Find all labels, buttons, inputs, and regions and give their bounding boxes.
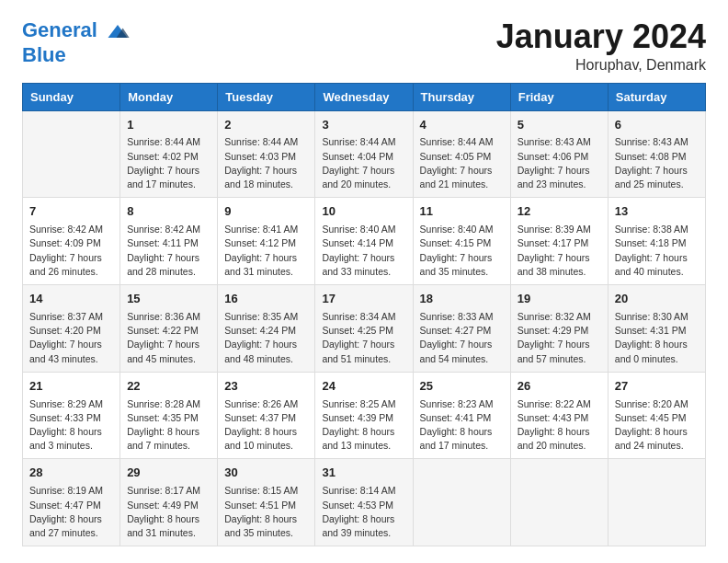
calendar-cell: 29Sunrise: 8:17 AM Sunset: 4:49 PM Dayli… [120, 459, 218, 546]
day-info: Sunrise: 8:17 AM Sunset: 4:49 PM Dayligh… [127, 484, 210, 540]
day-number: 26 [518, 378, 601, 396]
calendar-cell: 18Sunrise: 8:33 AM Sunset: 4:27 PM Dayli… [413, 285, 510, 373]
day-number: 31 [322, 465, 405, 482]
calendar-cell [608, 459, 705, 546]
day-info: Sunrise: 8:37 AM Sunset: 4:20 PM Dayligh… [29, 310, 113, 366]
day-number: 11 [420, 203, 504, 221]
calendar-week-row: 21Sunrise: 8:29 AM Sunset: 4:33 PM Dayli… [23, 372, 706, 459]
calendar-week-row: 1Sunrise: 8:44 AM Sunset: 4:02 PM Daylig… [23, 110, 706, 198]
calendar-cell [23, 110, 120, 198]
calendar-cell: 26Sunrise: 8:22 AM Sunset: 4:43 PM Dayli… [510, 372, 608, 459]
day-number: 3 [322, 117, 405, 134]
day-info: Sunrise: 8:32 AM Sunset: 4:29 PM Dayligh… [518, 310, 601, 366]
day-info: Sunrise: 8:19 AM Sunset: 4:47 PM Dayligh… [29, 484, 113, 540]
day-info: Sunrise: 8:41 AM Sunset: 4:12 PM Dayligh… [224, 223, 308, 279]
calendar-cell: 3Sunrise: 8:44 AM Sunset: 4:04 PM Daylig… [315, 110, 413, 198]
day-number: 17 [322, 291, 405, 308]
calendar-cell: 2Sunrise: 8:44 AM Sunset: 4:03 PM Daylig… [218, 110, 315, 198]
calendar-cell [510, 459, 608, 546]
calendar-cell: 19Sunrise: 8:32 AM Sunset: 4:29 PM Dayli… [510, 285, 608, 373]
day-number: 19 [518, 291, 601, 308]
weekday-header: Thursday [413, 83, 510, 110]
day-info: Sunrise: 8:38 AM Sunset: 4:18 PM Dayligh… [615, 223, 699, 279]
day-info: Sunrise: 8:44 AM Sunset: 4:05 PM Dayligh… [420, 135, 504, 191]
day-info: Sunrise: 8:35 AM Sunset: 4:24 PM Dayligh… [224, 310, 308, 366]
day-info: Sunrise: 8:44 AM Sunset: 4:03 PM Dayligh… [224, 135, 308, 191]
page-header: General Blue January 2024 Horuphav, Denm… [22, 18, 706, 74]
day-info: Sunrise: 8:15 AM Sunset: 4:51 PM Dayligh… [224, 484, 308, 540]
day-number: 30 [224, 465, 308, 482]
day-info: Sunrise: 8:36 AM Sunset: 4:22 PM Dayligh… [127, 310, 210, 366]
weekday-header: Sunday [23, 83, 120, 110]
calendar-cell: 28Sunrise: 8:19 AM Sunset: 4:47 PM Dayli… [23, 459, 120, 546]
day-number: 28 [29, 465, 113, 482]
day-number: 16 [224, 291, 308, 308]
day-number: 10 [322, 203, 405, 221]
calendar-cell: 24Sunrise: 8:25 AM Sunset: 4:39 PM Dayli… [315, 372, 413, 459]
calendar-cell: 15Sunrise: 8:36 AM Sunset: 4:22 PM Dayli… [120, 285, 218, 373]
calendar-cell: 30Sunrise: 8:15 AM Sunset: 4:51 PM Dayli… [218, 459, 315, 546]
day-number: 14 [29, 291, 113, 308]
calendar-cell: 8Sunrise: 8:42 AM Sunset: 4:11 PM Daylig… [120, 198, 218, 285]
day-number: 2 [224, 117, 308, 134]
title-block: January 2024 Horuphav, Denmark [496, 18, 706, 74]
day-number: 29 [127, 465, 210, 482]
calendar-cell: 7Sunrise: 8:42 AM Sunset: 4:09 PM Daylig… [23, 198, 120, 285]
calendar-week-row: 7Sunrise: 8:42 AM Sunset: 4:09 PM Daylig… [23, 198, 706, 285]
calendar-cell: 27Sunrise: 8:20 AM Sunset: 4:45 PM Dayli… [608, 372, 705, 459]
day-info: Sunrise: 8:44 AM Sunset: 4:04 PM Dayligh… [322, 135, 405, 191]
day-number: 27 [615, 378, 699, 396]
day-number: 18 [420, 291, 504, 308]
day-info: Sunrise: 8:20 AM Sunset: 4:45 PM Dayligh… [615, 397, 699, 454]
calendar-cell: 5Sunrise: 8:43 AM Sunset: 4:06 PM Daylig… [510, 110, 608, 198]
day-number: 25 [420, 378, 504, 396]
calendar-cell: 9Sunrise: 8:41 AM Sunset: 4:12 PM Daylig… [218, 198, 315, 285]
calendar-cell: 21Sunrise: 8:29 AM Sunset: 4:33 PM Dayli… [23, 372, 120, 459]
day-info: Sunrise: 8:34 AM Sunset: 4:25 PM Dayligh… [322, 310, 405, 366]
month-title: January 2024 [496, 18, 706, 55]
day-info: Sunrise: 8:42 AM Sunset: 4:11 PM Dayligh… [127, 223, 210, 279]
day-info: Sunrise: 8:40 AM Sunset: 4:15 PM Dayligh… [420, 223, 504, 279]
calendar-cell: 20Sunrise: 8:30 AM Sunset: 4:31 PM Dayli… [608, 285, 705, 373]
calendar-week-row: 28Sunrise: 8:19 AM Sunset: 4:47 PM Dayli… [23, 459, 706, 546]
calendar-cell: 25Sunrise: 8:23 AM Sunset: 4:41 PM Dayli… [413, 372, 510, 459]
day-info: Sunrise: 8:42 AM Sunset: 4:09 PM Dayligh… [29, 223, 113, 279]
day-info: Sunrise: 8:14 AM Sunset: 4:53 PM Dayligh… [322, 484, 405, 540]
day-info: Sunrise: 8:23 AM Sunset: 4:41 PM Dayligh… [420, 397, 504, 454]
logo: General Blue [22, 18, 131, 66]
day-number: 12 [518, 203, 601, 221]
weekday-header: Friday [510, 83, 608, 110]
day-number: 22 [127, 378, 210, 396]
day-info: Sunrise: 8:39 AM Sunset: 4:17 PM Dayligh… [518, 223, 601, 279]
day-number: 13 [615, 203, 699, 221]
weekday-header: Monday [120, 83, 218, 110]
day-number: 5 [518, 117, 601, 134]
day-number: 9 [224, 203, 308, 221]
calendar-cell: 12Sunrise: 8:39 AM Sunset: 4:17 PM Dayli… [510, 198, 608, 285]
calendar-cell: 10Sunrise: 8:40 AM Sunset: 4:14 PM Dayli… [315, 198, 413, 285]
day-number: 1 [127, 117, 210, 134]
weekday-header: Saturday [608, 83, 705, 110]
weekday-header: Tuesday [218, 83, 315, 110]
calendar-cell: 4Sunrise: 8:44 AM Sunset: 4:05 PM Daylig… [413, 110, 510, 198]
calendar-cell: 11Sunrise: 8:40 AM Sunset: 4:15 PM Dayli… [413, 198, 510, 285]
calendar-cell: 17Sunrise: 8:34 AM Sunset: 4:25 PM Dayli… [315, 285, 413, 373]
logo-text: General [22, 18, 131, 44]
location-title: Horuphav, Denmark [496, 57, 706, 74]
calendar-table: SundayMondayTuesdayWednesdayThursdayFrid… [22, 83, 706, 547]
day-info: Sunrise: 8:43 AM Sunset: 4:06 PM Dayligh… [518, 135, 601, 191]
day-number: 23 [224, 378, 308, 396]
calendar-cell: 6Sunrise: 8:43 AM Sunset: 4:08 PM Daylig… [608, 110, 705, 198]
day-info: Sunrise: 8:44 AM Sunset: 4:02 PM Dayligh… [127, 135, 210, 191]
day-number: 15 [127, 291, 210, 308]
day-info: Sunrise: 8:28 AM Sunset: 4:35 PM Dayligh… [127, 397, 210, 454]
calendar-cell: 13Sunrise: 8:38 AM Sunset: 4:18 PM Dayli… [608, 198, 705, 285]
day-number: 20 [615, 291, 699, 308]
day-number: 6 [615, 117, 699, 134]
calendar-cell: 1Sunrise: 8:44 AM Sunset: 4:02 PM Daylig… [120, 110, 218, 198]
day-number: 7 [29, 203, 113, 221]
calendar-cell: 31Sunrise: 8:14 AM Sunset: 4:53 PM Dayli… [315, 459, 413, 546]
day-info: Sunrise: 8:33 AM Sunset: 4:27 PM Dayligh… [420, 310, 504, 366]
day-info: Sunrise: 8:40 AM Sunset: 4:14 PM Dayligh… [322, 223, 405, 279]
day-info: Sunrise: 8:29 AM Sunset: 4:33 PM Dayligh… [29, 397, 113, 454]
